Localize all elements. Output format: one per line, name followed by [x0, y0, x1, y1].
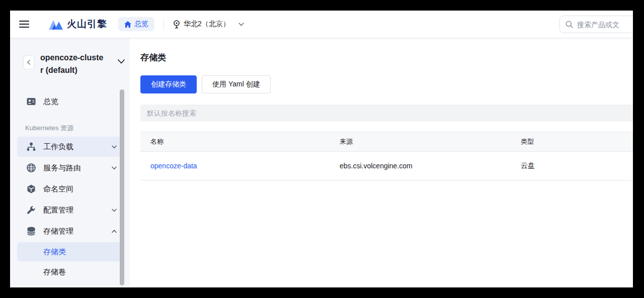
storage-class-table: 名称 来源 类型 opencoze-data ebs.csi.volcengin… — [140, 132, 633, 180]
sidebar-subitem-storage-classes[interactable]: 存储类 — [17, 242, 123, 261]
chevron-down-icon — [112, 145, 117, 149]
sidebar-item-label: 命名空间 — [43, 184, 73, 194]
chevron-down-icon — [112, 209, 117, 212]
table-row-cell-type: 云盘 — [511, 152, 633, 180]
chevron-up-icon — [112, 230, 117, 233]
sidebar-item-label: 存储管理 — [43, 227, 73, 236]
cluster-sidebar: opencoze-cluster (default) 总览 Kubernetes… — [10, 38, 130, 287]
global-search-box[interactable] — [559, 16, 633, 33]
sidebar-item-workloads[interactable]: 工作负载 — [17, 137, 123, 157]
chevron-down-icon — [112, 166, 117, 170]
volcengine-logo[interactable]: 火山引擎 — [48, 18, 107, 31]
table-filter-input[interactable] — [140, 109, 633, 117]
wrench-icon — [26, 205, 36, 215]
database-icon — [26, 226, 36, 236]
action-buttons: 创建存储类 使用 Yaml 创建 — [140, 75, 633, 93]
sidebar-scrollbar[interactable] — [120, 89, 124, 285]
sidebar-item-label: 工作负载 — [43, 142, 73, 152]
overview-badge[interactable]: 总览 — [118, 17, 154, 31]
sidebar-subitem-label: 存储卷 — [43, 267, 66, 277]
brand-name: 火山引擎 — [67, 18, 107, 31]
column-header-name[interactable]: 名称 — [140, 132, 330, 152]
overview-badge-label: 总览 — [134, 20, 148, 29]
hamburger-menu-icon[interactable] — [15, 15, 33, 33]
location-pin-icon — [173, 20, 180, 29]
cluster-header: opencoze-cluster (default) — [10, 38, 130, 76]
sidebar-section-label: Kubernetes 资源 — [25, 124, 130, 133]
column-header-type[interactable]: 类型 — [511, 132, 633, 152]
region-label: 华北2（北京） — [184, 20, 230, 29]
create-with-yaml-button[interactable]: 使用 Yaml 创建 — [202, 75, 271, 93]
column-header-source[interactable]: 来源 — [330, 132, 511, 152]
cluster-switch-chevron-down-icon[interactable] — [118, 59, 125, 64]
sidebar-item-storage[interactable]: 存储管理 — [17, 221, 123, 241]
sidebar-subitem-label: 存储类 — [43, 247, 66, 257]
sidebar-subitem-storage-volumes[interactable]: 存储卷 — [17, 262, 123, 281]
globe-icon — [26, 163, 36, 173]
storage-class-name-link[interactable]: opencoze-data — [150, 162, 197, 170]
sidebar-item-services-routes[interactable]: 服务与路由 — [17, 158, 123, 178]
header-divider — [164, 19, 164, 30]
sidebar-item-config[interactable]: 配置管理 — [17, 200, 123, 220]
sidebar-item-label: 配置管理 — [43, 206, 73, 215]
volcengine-mountain-icon — [48, 18, 63, 30]
chevron-down-icon — [238, 23, 244, 26]
sidebar-item-label: 总览 — [43, 97, 58, 107]
region-selector[interactable]: 华北2（北京） — [173, 20, 244, 29]
workload-icon — [26, 142, 36, 152]
top-header: 火山引擎 总览 华北2（北京） — [10, 11, 633, 38]
page-title: 存储类 — [140, 52, 633, 63]
search-icon — [566, 21, 573, 28]
cluster-name[interactable]: opencoze-cluster (default) — [40, 51, 106, 76]
sidebar-item-label: 服务与路由 — [43, 163, 81, 173]
namespace-icon — [26, 184, 36, 194]
table-row-cell-name: opencoze-data — [140, 152, 330, 180]
sidebar-collapse-button[interactable] — [23, 55, 34, 69]
table-filter-bar[interactable] — [140, 105, 633, 122]
create-storage-class-button[interactable]: 创建存储类 — [140, 75, 197, 93]
sidebar-item-namespaces[interactable]: 命名空间 — [17, 179, 123, 199]
console-window: 火山引擎 总览 华北2（北京） — [10, 11, 633, 287]
table-row-cell-source: ebs.csi.volcengine.com — [330, 152, 511, 180]
main-content: 存储类 创建存储类 使用 Yaml 创建 名称 来源 类型 opencoze-d… — [130, 38, 633, 287]
global-search-input[interactable] — [577, 21, 633, 29]
home-icon — [124, 21, 131, 28]
sidebar-item-overview[interactable]: 总览 — [17, 91, 123, 112]
id-card-icon — [26, 96, 36, 107]
